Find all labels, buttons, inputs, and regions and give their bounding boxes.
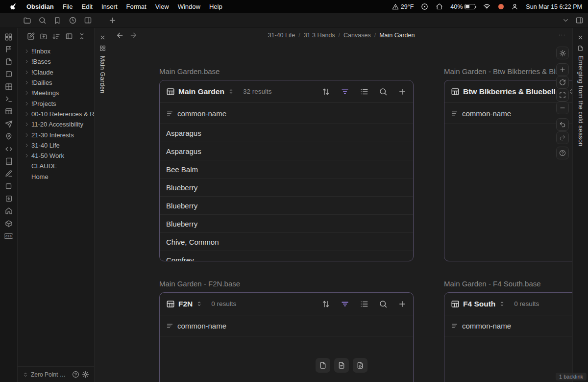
- right-tab-title[interactable]: Emerging from the cold season: [577, 56, 584, 147]
- filter-icon[interactable]: [341, 87, 349, 96]
- search-icon[interactable]: [379, 87, 388, 96]
- base-view-title[interactable]: Btw Blkberries & Bluebell …: [463, 87, 565, 96]
- table-row[interactable]: Blueberry: [160, 215, 413, 233]
- folder-work[interactable]: 41-50 Work: [18, 151, 94, 161]
- right-sidebar-strip[interactable]: Emerging from the cold season: [572, 28, 588, 382]
- folder-accessibility[interactable]: 11-20 Accessibility: [18, 119, 94, 129]
- folder-interests[interactable]: 21-30 Interests: [18, 129, 94, 140]
- menu-help[interactable]: Help: [205, 3, 227, 10]
- new-folder-icon[interactable]: [40, 32, 48, 40]
- reading-view-icon[interactable]: [83, 16, 92, 25]
- tab-close-icon[interactable]: [99, 34, 106, 41]
- breadcrumb-segment[interactable]: Canvases: [343, 32, 371, 39]
- right-tab-close-icon[interactable]: [577, 34, 584, 41]
- folder-life[interactable]: 31-40 Life: [18, 140, 94, 151]
- book-icon[interactable]: [4, 157, 13, 166]
- view-switcher-icon[interactable]: [499, 301, 505, 307]
- menu-window[interactable]: Window: [173, 3, 205, 10]
- folder-projects[interactable]: !Projects: [18, 98, 94, 108]
- table-row[interactable]: Chive, Common: [160, 233, 413, 251]
- table-ribbon-icon[interactable]: [4, 107, 13, 116]
- table-row[interactable]: Blueberry: [160, 178, 413, 197]
- dice-icon[interactable]: [4, 70, 13, 78]
- toggle-right-sidebar-icon[interactable]: [575, 16, 584, 25]
- file-text-icon[interactable]: [334, 358, 349, 373]
- menubar-app-name[interactable]: Obsidian: [22, 3, 58, 10]
- menubar-extra-icon[interactable]: [421, 3, 428, 10]
- backlink-status[interactable]: 1 backlink: [556, 373, 587, 381]
- vault-switcher[interactable]: Zero Point …: [18, 366, 94, 382]
- apple-menu[interactable]: [6, 3, 22, 10]
- base-view-title[interactable]: F4 South: [463, 300, 495, 308]
- folder-dailies[interactable]: !Dailies: [18, 77, 94, 88]
- search-icon[interactable]: [379, 300, 388, 308]
- column-header[interactable]: common-name: [160, 315, 413, 336]
- battery-status[interactable]: 40%: [450, 3, 475, 10]
- canvas-help-icon[interactable]: [556, 147, 569, 159]
- stacked-tab-header[interactable]: Main Garden: [95, 28, 110, 382]
- tab-list-chevron-icon[interactable]: [561, 16, 570, 25]
- cube-icon[interactable]: [4, 219, 13, 228]
- dashboard-grid-icon[interactable]: [4, 32, 13, 41]
- user-menu-icon[interactable]: [511, 3, 518, 10]
- sort-icon[interactable]: [321, 300, 330, 308]
- properties-list-icon[interactable]: [360, 300, 368, 308]
- css-snippet-icon[interactable]: css: [4, 231, 13, 240]
- canvas-card-f2n[interactable]: F2N 0 results common-name: [159, 292, 414, 382]
- new-tab-icon[interactable]: [108, 16, 117, 25]
- canvas-view[interactable]: 31-40 Life / 31 3 Hands / Canvases / Mai…: [110, 28, 572, 382]
- package-import-icon[interactable]: [4, 194, 13, 203]
- view-switcher-icon[interactable]: [196, 301, 202, 307]
- send-icon[interactable]: [4, 120, 13, 128]
- bookmark-icon[interactable]: [53, 16, 62, 25]
- file-code-icon[interactable]: [353, 358, 368, 373]
- home-menu-icon[interactable]: [436, 3, 443, 10]
- canvas-card-btw-blkberries[interactable]: Btw Blkberries & Bluebell … common-name: [444, 80, 572, 261]
- table-row[interactable]: Asparagus: [160, 142, 413, 160]
- breadcrumb-segment[interactable]: 31-40 Life: [268, 32, 295, 39]
- menubar-clock[interactable]: Sun Mar 15 6:22 PM: [526, 3, 582, 10]
- wifi-icon[interactable]: [483, 3, 491, 10]
- weather-status[interactable]: 29°F: [392, 3, 414, 10]
- checkbox-icon[interactable]: [4, 182, 13, 191]
- search-icon[interactable]: [38, 16, 47, 25]
- back-arrow-icon[interactable]: [116, 31, 124, 39]
- zoom-out-icon[interactable]: [556, 102, 569, 114]
- breadcrumb-segment[interactable]: 31 3 Hands: [304, 32, 335, 39]
- daily-note-icon[interactable]: [4, 57, 13, 66]
- canvas-card-main-garden[interactable]: Main Garden 32 results common-name Aspar…: [159, 80, 414, 261]
- view-switcher-icon[interactable]: [568, 88, 572, 95]
- flag-icon[interactable]: [4, 45, 13, 53]
- folder-bases[interactable]: !Bases: [18, 56, 94, 67]
- menu-format[interactable]: Format: [122, 3, 151, 10]
- base-view-title[interactable]: F2N: [178, 300, 193, 308]
- terminal-icon[interactable]: [4, 95, 13, 103]
- add-icon[interactable]: [398, 300, 407, 308]
- breadcrumb-current[interactable]: Main Garden: [379, 32, 415, 39]
- zoom-to-fit-icon[interactable]: [556, 89, 569, 102]
- layout-grid-icon[interactable]: [4, 82, 13, 91]
- canvas-card-f4-south[interactable]: F4 South 0 results common-name: [444, 292, 572, 382]
- table-row[interactable]: Bee Balm: [160, 160, 413, 178]
- sort-order-icon[interactable]: [52, 32, 60, 40]
- add-icon[interactable]: [398, 87, 407, 96]
- folder-references[interactable]: 00-10 References & Re…: [18, 109, 94, 119]
- file-claude[interactable]: CLAUDE: [18, 161, 94, 171]
- auto-layout-icon[interactable]: [65, 32, 73, 40]
- vault-folder-icon[interactable]: [23, 16, 31, 25]
- column-header[interactable]: common-name: [444, 103, 572, 124]
- table-row[interactable]: Asparagus: [160, 124, 413, 142]
- folder-meetings[interactable]: !Meetings: [18, 88, 94, 98]
- filter-icon[interactable]: [341, 300, 349, 308]
- template-code-icon[interactable]: [4, 145, 13, 153]
- view-switcher-icon[interactable]: [228, 88, 234, 95]
- menu-view[interactable]: View: [151, 3, 173, 10]
- recording-dot-icon[interactable]: [498, 4, 504, 9]
- forward-arrow-icon[interactable]: [129, 31, 137, 39]
- column-header[interactable]: common-name: [444, 315, 572, 336]
- base-view-title[interactable]: Main Garden: [178, 87, 224, 96]
- more-options-icon[interactable]: [558, 31, 566, 39]
- help-icon[interactable]: [72, 371, 79, 378]
- map-pin-icon[interactable]: [4, 132, 13, 141]
- sort-icon[interactable]: [321, 87, 330, 96]
